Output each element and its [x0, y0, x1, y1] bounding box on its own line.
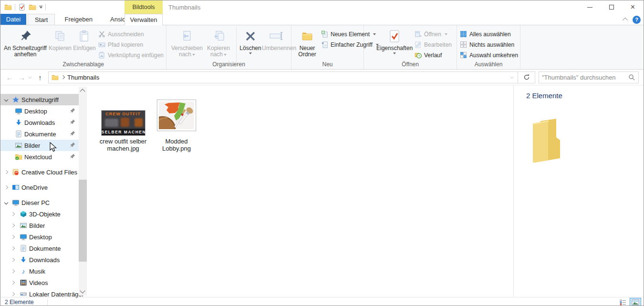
contextual-tab-group-bildtools[interactable]: Bildtools — [125, 0, 163, 14]
search-input[interactable] — [542, 74, 628, 81]
copy-to-button[interactable]: Kopieren nach — [203, 28, 234, 58]
invert-selection-icon — [460, 51, 467, 59]
address-bar[interactable]: Thumbnails — [48, 71, 518, 83]
new-folder-icon — [295, 28, 319, 44]
sidebar-item-creative-cloud-files[interactable]: Creative Cloud Files — [0, 166, 87, 178]
properties-icon[interactable] — [18, 3, 26, 11]
recent-locations-dropdown-icon[interactable] — [28, 75, 32, 79]
search-icon[interactable] — [628, 74, 635, 81]
customize-qat-dropdown-icon[interactable] — [39, 6, 42, 9]
sidebar-item-musik[interactable]: ♪ Musik — [0, 265, 87, 277]
breadcrumb[interactable]: Thumbnails — [67, 74, 99, 81]
file-thumbnail[interactable]: CREW OUTFIT SELBER MACHEN — [101, 110, 145, 136]
forward-icon[interactable]: → — [16, 73, 28, 82]
file-thumbnail[interactable] — [157, 100, 196, 131]
sidebar-item-downloads[interactable]: Downloads — [0, 117, 87, 128]
paste-shortcut-button[interactable]: Verknüpfung einfügen — [98, 51, 164, 59]
tab-freigeben[interactable]: Freigeben — [58, 14, 99, 25]
file-item-crew-outfit[interactable]: CREW OUTFIT SELBER MACHEN crew outfit se… — [97, 92, 149, 152]
chevron-expanded-icon[interactable] — [4, 201, 8, 204]
new-folder-icon[interactable] — [29, 3, 36, 11]
chevron-collapsed-icon[interactable] — [11, 224, 15, 227]
minimize-button[interactable] — [579, 0, 601, 14]
help-icon[interactable]: ? — [633, 16, 641, 24]
paste-button[interactable]: Einfügen — [73, 28, 96, 51]
refresh-button[interactable] — [518, 71, 535, 83]
group-label-neu: Neu — [291, 61, 364, 68]
move-to-button[interactable]: Verschieben nach — [171, 28, 203, 58]
chevron-collapsed-icon[interactable] — [4, 185, 8, 189]
back-icon[interactable]: ← — [3, 73, 16, 82]
thumbnail-text-bottom: SELBER MACHEN — [102, 129, 145, 135]
chevron-collapsed-icon[interactable] — [11, 246, 15, 250]
rename-button[interactable]: Umbenennen — [262, 28, 291, 51]
invert-selection-button[interactable]: Auswahl umkehren — [460, 51, 518, 59]
sidebar-item-dokumente-pc[interactable]: Dokumente — [0, 243, 87, 254]
sidebar-item-onedrive[interactable]: OneDrive — [0, 182, 87, 193]
sidebar-item-3d-objekte[interactable]: 3D-Objekte — [0, 208, 87, 220]
scroll-up-icon[interactable] — [80, 89, 85, 94]
sidebar-item-bilder[interactable]: Bilder — [0, 140, 87, 151]
cut-button[interactable]: Ausschneiden — [98, 31, 144, 38]
sidebar-item-nextcloud[interactable]: Nextcloud — [0, 151, 87, 163]
sidebar-item-desktop-pc[interactable]: Desktop — [0, 231, 87, 243]
close-button[interactable]: × — [622, 0, 644, 14]
sidebar-item-bilder-pc[interactable]: Bilder — [0, 220, 87, 231]
tab-start[interactable]: Start — [28, 14, 55, 25]
collapse-ribbon-icon[interactable] — [623, 18, 628, 23]
tab-verwalten[interactable]: Verwalten — [125, 14, 163, 25]
file-list[interactable]: CREW OUTFIT SELBER MACHEN crew outfit se… — [87, 85, 513, 297]
new-folder-button[interactable]: Neuer Ordner — [295, 28, 319, 58]
onedrive-icon — [12, 184, 20, 191]
new-item-icon — [321, 31, 328, 38]
breadcrumb-chevron-icon[interactable] — [61, 75, 65, 79]
scrollbar-thumb[interactable] — [79, 180, 87, 262]
sidebar-scrollbar[interactable] — [79, 87, 87, 296]
sidebar-item-dieser-pc[interactable]: Dieser PC — [0, 197, 87, 208]
copy-path-button[interactable]: Pfad kopieren — [98, 41, 143, 48]
delete-label: Löschen — [239, 45, 261, 51]
scroll-down-icon[interactable] — [80, 288, 85, 293]
address-dropdown-icon[interactable] — [510, 75, 514, 79]
search-box[interactable] — [539, 71, 639, 83]
open-label: Öffnen — [424, 31, 441, 38]
file-item-modded-lobby[interactable]: Modded Lobby.png — [150, 92, 203, 152]
painting-art — [159, 102, 194, 129]
chevron-collapsed-icon[interactable] — [11, 235, 15, 239]
sidebar-item-dokumente[interactable]: Dokumente — [0, 128, 87, 140]
maximize-button[interactable] — [601, 0, 622, 14]
invert-selection-label: Auswahl umkehren — [469, 52, 518, 59]
sidebar-item-downloads-pc[interactable]: Downloads — [0, 254, 87, 265]
select-none-button[interactable]: Nichts auswählen — [460, 41, 514, 48]
pictures-icon — [20, 222, 27, 229]
chevron-expanded-icon[interactable] — [4, 98, 8, 102]
delete-button[interactable]: Löschen — [238, 28, 263, 54]
chevron-collapsed-icon[interactable] — [11, 269, 15, 273]
sidebar-item-desktop[interactable]: Desktop — [0, 105, 87, 117]
pin-icon — [69, 108, 75, 114]
open-button[interactable]: Öffnen — [415, 31, 447, 38]
properties-button[interactable]: Eigenschaften — [376, 28, 413, 54]
titlebar: Bildtools Thumbnails × — [0, 0, 644, 14]
chevron-collapsed-icon[interactable] — [11, 281, 15, 285]
details-view-button[interactable] — [617, 298, 629, 306]
history-button[interactable]: Verlauf — [415, 51, 442, 59]
sidebar-item-schnellzugriff[interactable]: Schnellzugriff — [0, 94, 87, 105]
chevron-collapsed-icon[interactable] — [11, 292, 15, 296]
chevron-collapsed-icon[interactable] — [11, 212, 15, 216]
properties-label: Eigenschaften — [376, 45, 413, 51]
pin-to-quick-access-button[interactable]: An Schnellzugriff anheften — [3, 28, 47, 58]
large-icons-view-button[interactable] — [630, 298, 641, 306]
sidebar-item-videos[interactable]: Videos — [0, 277, 87, 288]
window-title: Thumbnails — [168, 0, 200, 14]
select-all-button[interactable]: Alles auswählen — [460, 31, 511, 38]
easy-access-icon — [321, 41, 328, 48]
chevron-collapsed-icon[interactable] — [11, 258, 15, 262]
copy-button[interactable]: Kopieren — [48, 28, 72, 51]
edit-button[interactable]: Bearbeiten — [415, 41, 452, 48]
chevron-collapsed-icon[interactable] — [4, 170, 8, 174]
select-all-icon — [460, 31, 467, 38]
tab-datei[interactable]: Datei — [0, 14, 26, 25]
3d-objects-icon — [20, 210, 27, 218]
up-icon[interactable]: ↑ — [34, 73, 46, 82]
